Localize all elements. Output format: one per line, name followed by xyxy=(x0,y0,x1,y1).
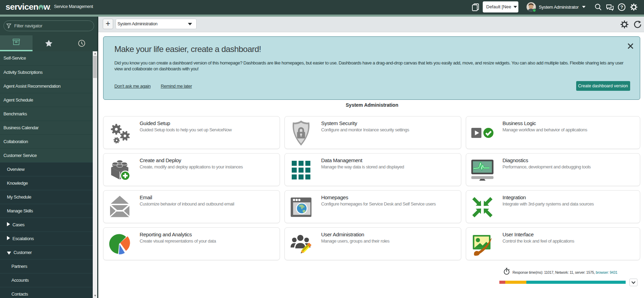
svg-text:?: ? xyxy=(620,5,623,10)
